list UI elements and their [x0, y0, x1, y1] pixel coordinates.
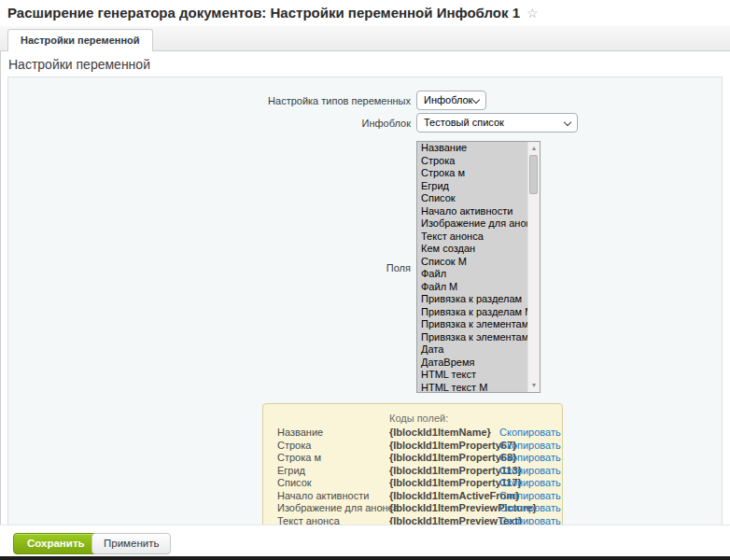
- field-code-value: {IblockId1ItemProperty68}: [389, 452, 516, 465]
- field-code-row: Название {IblockId1ItemName} Скопировать: [263, 427, 562, 440]
- fields-option[interactable]: Начало активности: [417, 205, 527, 218]
- copy-link[interactable]: Скопировать: [499, 427, 561, 440]
- iblock-select[interactable]: Тестовый список: [416, 113, 578, 133]
- page-title: Расширение генератора документов: Настро…: [7, 5, 539, 21]
- settings-form: Настройка типов переменных Инфоблок Инфо…: [7, 77, 723, 525]
- footer-button-bar: Сохранить Применить: [0, 525, 730, 556]
- apply-button[interactable]: Применить: [91, 533, 171, 554]
- favorite-star-icon[interactable]: ☆: [526, 6, 539, 21]
- field-code-name: Строка: [277, 440, 311, 453]
- field-code-row: Строка {IblockId1ItemProperty67} Скопиро…: [263, 440, 562, 453]
- fields-option[interactable]: Строка: [417, 155, 527, 168]
- fields-option[interactable]: Файл М: [417, 281, 527, 294]
- fields-option[interactable]: Список: [417, 192, 527, 205]
- copy-link[interactable]: Скопировать: [499, 490, 561, 503]
- fields-option[interactable]: Привязка к элементам: [417, 318, 527, 331]
- fields-option[interactable]: Изображение для анонса: [417, 217, 527, 231]
- field-code-value: {IblockId1ItemName}: [389, 427, 491, 440]
- fields-option[interactable]: Название: [417, 142, 527, 155]
- variable-type-label: Настройка типов переменных: [268, 95, 411, 106]
- fields-option[interactable]: Файл: [417, 268, 527, 281]
- scroll-up-icon[interactable]: ▲: [528, 143, 540, 154]
- chevron-down-icon: [472, 96, 480, 104]
- section-heading: Настройки переменной: [8, 57, 150, 72]
- fields-option[interactable]: Привязка к элементам М: [417, 331, 527, 344]
- field-code-name: Начало активности: [277, 490, 369, 503]
- chevron-down-icon: [564, 119, 571, 126]
- fields-option[interactable]: ДатаВремя: [417, 357, 527, 370]
- tab-label: Настройки переменной: [21, 35, 140, 46]
- save-button[interactable]: Сохранить: [13, 533, 99, 554]
- field-code-value: {IblockId1ItemProperty67}: [389, 440, 516, 453]
- fields-options: Название Строка Строка м Егрид Список На…: [417, 142, 527, 392]
- copy-link[interactable]: Скопировать: [499, 452, 561, 465]
- copy-link[interactable]: Скопировать: [499, 502, 561, 515]
- variable-type-value: Инфоблок: [424, 94, 472, 105]
- copy-link[interactable]: Скопировать: [499, 465, 561, 478]
- tab-settings-variable[interactable]: Настройки переменной: [7, 29, 153, 51]
- fields-option[interactable]: Список М: [417, 256, 527, 269]
- fields-option[interactable]: Привязка к разделам М: [417, 306, 527, 319]
- copy-link[interactable]: Скопировать: [499, 440, 561, 453]
- copy-link[interactable]: Скопировать: [499, 477, 561, 490]
- fields-listbox[interactable]: Название Строка Строка м Егрид Список На…: [416, 141, 540, 393]
- field-codes-header: Коды полей:: [389, 413, 448, 424]
- fields-option[interactable]: Дата: [417, 343, 527, 357]
- field-code-row: Егрид {IblockId1ItemProperty113} Скопиро…: [263, 465, 562, 478]
- fields-option[interactable]: Строка м: [417, 167, 527, 180]
- field-code-name: Строка м: [277, 452, 321, 465]
- field-code-name: Изображение для анонса: [277, 502, 399, 515]
- fields-option[interactable]: HTML текст М: [417, 382, 527, 393]
- fields-option[interactable]: Привязка к разделам: [417, 293, 527, 306]
- field-code-row: Начало активности {IblockId1ItemActiveFr…: [263, 490, 562, 503]
- listbox-scrollbar[interactable]: ▲ ▼: [527, 142, 540, 392]
- fields-option[interactable]: Текст анонса: [417, 231, 527, 244]
- fields-option[interactable]: Кем создан: [417, 243, 527, 256]
- field-code-row: Список {IblockId1ItemProperty117} Скопир…: [263, 477, 562, 490]
- field-codes-rows: Название {IblockId1ItemName} Скопировать…: [263, 427, 562, 527]
- window-bottom-edge: [0, 556, 730, 560]
- variable-type-select[interactable]: Инфоблок: [416, 91, 486, 110]
- field-code-row: Строка м {IblockId1ItemProperty68} Скопи…: [263, 452, 562, 465]
- fields-option[interactable]: Егрид: [417, 180, 527, 193]
- field-code-name: Список: [277, 477, 312, 490]
- iblock-label: Инфоблок: [362, 118, 411, 129]
- scroll-down-icon[interactable]: ▼: [528, 380, 540, 391]
- fields-label: Поля: [386, 262, 411, 273]
- page: Расширение генератора документов: Настро…: [0, 0, 730, 560]
- fields-option[interactable]: HTML текст: [417, 369, 527, 382]
- field-code-name: Название: [277, 427, 323, 440]
- page-title-text: Расширение генератора документов: Настро…: [7, 5, 520, 21]
- page-left-border: [0, 51, 1, 556]
- scrollbar-thumb[interactable]: [529, 155, 538, 194]
- field-code-row: Изображение для анонса {IblockId1ItemPre…: [263, 502, 562, 515]
- field-code-name: Егрид: [277, 465, 305, 478]
- iblock-value: Тестовый список: [424, 117, 504, 128]
